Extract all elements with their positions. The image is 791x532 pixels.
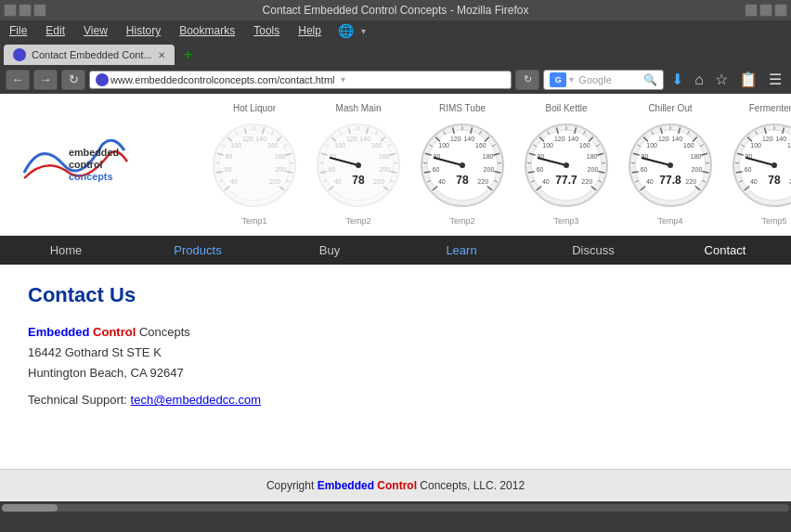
svg-point-202 xyxy=(772,162,777,168)
gauge-svg-3: 40608010012014016018020022077.7 xyxy=(516,115,616,215)
gauge-svg-1: 40608010012014016018020022078 xyxy=(308,115,408,215)
gauge-label-2: RIMS Tube xyxy=(439,103,486,113)
svg-text:160: 160 xyxy=(475,142,486,149)
footer-copyright: Copyright xyxy=(266,479,318,492)
nav-item-products[interactable]: Products xyxy=(132,236,264,265)
gauge-svg-2: 40608010012014016018020022078 xyxy=(412,115,512,215)
tab-favicon xyxy=(13,48,26,61)
control-text: Control xyxy=(93,325,136,339)
svg-text:120: 120 xyxy=(450,136,461,142)
gauge-label-3: Boil Kettle xyxy=(545,103,587,113)
google-icon: G xyxy=(550,72,566,87)
svg-text:100: 100 xyxy=(230,142,241,149)
home-button[interactable]: ⌂ xyxy=(691,70,707,90)
svg-text:40: 40 xyxy=(438,178,446,185)
search-input[interactable]: Google xyxy=(578,74,637,85)
url-bar[interactable]: www.embeddedcontrolconcepts.com/contact.… xyxy=(89,71,512,89)
menu-tools[interactable]: Tools xyxy=(248,22,285,39)
svg-text:160: 160 xyxy=(683,142,694,149)
svg-text:60: 60 xyxy=(329,166,336,173)
gauge-temp-label-1: Temp2 xyxy=(345,216,370,226)
svg-text:60: 60 xyxy=(745,166,752,173)
nav-item-buy[interactable]: Buy xyxy=(264,236,396,265)
reload-button[interactable]: ↻ xyxy=(61,70,85,90)
support-email-link[interactable]: tech@embeddedcc.com xyxy=(131,393,261,407)
nav-item-home[interactable]: Home xyxy=(0,236,132,265)
address-line2: 16442 Gothard St STE K xyxy=(28,343,763,363)
menu-file[interactable]: File xyxy=(4,22,32,39)
scroll-track[interactable] xyxy=(2,504,789,512)
svg-text:160: 160 xyxy=(787,142,791,149)
nav-item-discuss[interactable]: Discuss xyxy=(527,236,659,265)
address-line1: Embedded Control Concepts xyxy=(28,322,763,343)
svg-text:200: 200 xyxy=(276,166,287,173)
gauge-label-1: Mash Main xyxy=(336,103,382,113)
footer: Copyright Embedded Control Concepts, LLC… xyxy=(0,469,791,501)
title-right-icons xyxy=(745,4,787,17)
svg-text:140: 140 xyxy=(255,136,266,142)
download-button[interactable]: ⬇ xyxy=(668,69,687,90)
svg-text:60: 60 xyxy=(225,166,232,173)
contact-title: Contact Us xyxy=(28,283,763,307)
back-button[interactable]: ← xyxy=(6,70,30,90)
gauge-temp-label-2: Temp2 xyxy=(449,216,474,226)
new-tab-button[interactable]: + xyxy=(178,45,199,65)
maximize-button[interactable] xyxy=(19,4,32,17)
svg-text:60: 60 xyxy=(433,166,440,173)
menu-button[interactable]: ☰ xyxy=(765,69,785,90)
menu-view[interactable]: View xyxy=(78,22,113,39)
bookmark-button[interactable]: ☆ xyxy=(711,69,732,90)
gauge-label-0: Hot Liquor xyxy=(233,103,276,113)
svg-text:120: 120 xyxy=(554,136,565,142)
menu-bookmarks[interactable]: Bookmarks xyxy=(174,22,240,39)
svg-text:60: 60 xyxy=(537,166,544,173)
nav-item-learn[interactable]: Learn xyxy=(396,236,527,265)
forward-button[interactable]: → xyxy=(33,70,58,90)
svg-text:140: 140 xyxy=(463,136,474,142)
active-tab[interactable]: Contact Embedded Cont... ✕ xyxy=(4,45,175,65)
support-label: Technical Support: xyxy=(28,393,127,407)
svg-text:200: 200 xyxy=(588,166,599,173)
svg-text:80: 80 xyxy=(225,153,232,160)
menu-help[interactable]: Help xyxy=(292,22,327,39)
svg-text:220: 220 xyxy=(477,178,488,185)
search-submit[interactable]: 🔍 xyxy=(643,73,657,86)
scroll-area[interactable] xyxy=(0,501,791,514)
svg-text:40: 40 xyxy=(334,178,342,185)
svg-text:180: 180 xyxy=(379,153,390,160)
menu-history[interactable]: History xyxy=(121,22,166,39)
url-favicon xyxy=(96,73,109,86)
minimize-button[interactable] xyxy=(4,4,17,17)
svg-text:control: control xyxy=(69,159,103,170)
scroll-thumb[interactable] xyxy=(2,504,58,512)
address-line3: Huntington Beach, CA 92647 xyxy=(28,363,763,383)
close-button[interactable] xyxy=(33,4,46,17)
contact-section: Contact Us Embedded Control Concepts 164… xyxy=(0,265,791,450)
svg-text:40: 40 xyxy=(230,178,238,185)
gauge-mash-main: Mash Main40608010012014016018020022078Te… xyxy=(308,103,408,226)
gauge-svg-5: 40608010012014016018020022078 xyxy=(724,115,791,215)
svg-text:77.8: 77.8 xyxy=(659,174,681,187)
address-bar: ← → ↻ www.embeddedcontrolconcepts.com/co… xyxy=(0,65,791,94)
svg-text:220: 220 xyxy=(373,178,384,185)
tab-close-button[interactable]: ✕ xyxy=(158,50,165,60)
search-box[interactable]: G ▾ Google 🔍 xyxy=(543,70,664,90)
svg-text:100: 100 xyxy=(334,142,345,149)
svg-text:100: 100 xyxy=(438,142,449,149)
gauge-temp-label-4: Temp4 xyxy=(657,216,682,226)
svg-point-66 xyxy=(356,162,361,168)
url-text: www.embeddedcontrolconcepts.com/contact.… xyxy=(110,74,335,85)
title-bar: Contact Embedded Control Concepts - Mozi… xyxy=(0,0,791,20)
window-controls[interactable] xyxy=(4,4,46,17)
embedded-text: Embedded xyxy=(28,325,89,339)
svg-text:78: 78 xyxy=(352,174,365,187)
gauge-temp-label-0: Temp1 xyxy=(241,216,266,226)
refresh-button[interactable]: ↻ xyxy=(515,70,539,90)
history-button[interactable]: 📋 xyxy=(735,69,761,90)
svg-text:78: 78 xyxy=(768,174,781,187)
svg-point-168 xyxy=(668,162,673,168)
gauge-chiller-out: Chiller Out40608010012014016018020022077… xyxy=(620,103,720,226)
gauge-hot-liquor: Hot Liquor406080100120140160180200220Tem… xyxy=(204,103,305,226)
menu-edit[interactable]: Edit xyxy=(40,22,71,39)
nav-item-contact[interactable]: Contact xyxy=(659,236,791,265)
